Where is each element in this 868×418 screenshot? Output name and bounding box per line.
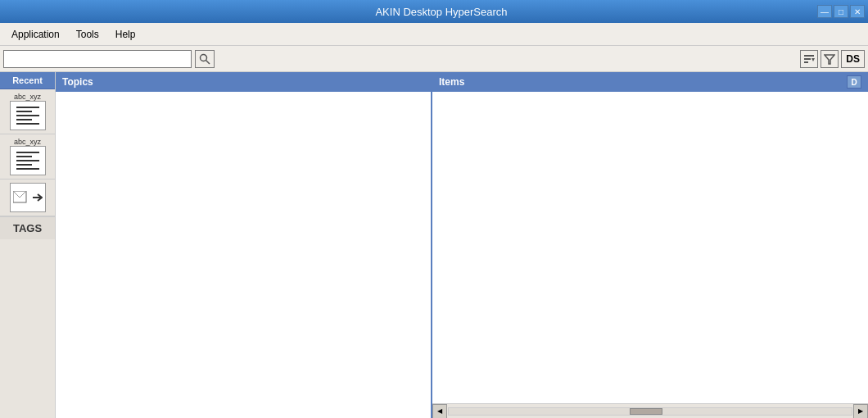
sidebar: Recent abc_xyz abc_xyz [0,72,56,418]
filter-left-button[interactable] [800,50,818,68]
main-container: Recent abc_xyz abc_xyz [0,72,868,418]
funnel-icon [824,53,835,65]
toolbar-right: DS [800,50,865,68]
items-header-label: Items [439,76,464,88]
envelope-icon [13,191,31,204]
window-controls[interactable]: — □ ✕ [817,5,868,18]
items-pane: Items D ◀ ▶ [432,72,868,418]
svg-marker-6 [825,55,834,64]
minimize-button[interactable]: — [817,5,832,18]
sidebar-item-1-icon [10,101,46,130]
toolbar: DS [0,46,868,72]
menu-application[interactable]: Application [3,25,68,43]
tags-button[interactable]: TAGS [0,216,55,239]
sidebar-item-2[interactable]: abc_xyz [0,134,55,179]
document-icon-2 [15,149,41,172]
horizontal-scrollbar[interactable]: ◀ ▶ [432,403,868,418]
menu-help[interactable]: Help [107,25,144,43]
sidebar-item-1-label: abc_xyz [14,93,41,101]
search-icon [199,53,210,65]
svg-rect-2 [804,55,814,57]
topics-header-label: Topics [62,76,93,88]
close-button[interactable]: ✕ [850,5,865,18]
topics-pane: Topics [56,72,432,418]
svg-marker-5 [811,58,815,61]
sidebar-item-2-label: abc_xyz [14,138,41,146]
scroll-right-button[interactable]: ▶ [853,404,868,419]
scroll-track[interactable] [448,407,852,416]
document-icon-1 [15,104,41,127]
arrow-icon [33,193,43,202]
sidebar-item-2-icon [10,146,46,175]
funnel-button[interactable] [821,50,839,68]
svg-line-1 [206,60,210,64]
title-bar: AKIN Desktop HyperSearch — □ ✕ [0,0,868,23]
svg-rect-3 [804,58,811,60]
window-title: AKIN Desktop HyperSearch [66,6,817,18]
search-input[interactable] [3,50,192,68]
items-body[interactable] [432,92,868,403]
svg-rect-4 [804,61,808,63]
items-header: Items D [432,72,868,92]
svg-point-0 [201,54,207,61]
sidebar-item-1[interactable]: abc_xyz [0,89,55,134]
split-pane: Topics Items D ◀ ▶ [56,72,868,418]
menu-tools[interactable]: Tools [68,25,107,43]
sidebar-item-mail[interactable] [0,179,55,216]
maximize-button[interactable]: □ [834,5,848,18]
content-area: Topics Items D ◀ ▶ [56,72,868,418]
menu-bar: Application Tools Help [0,23,868,46]
scroll-left-button[interactable]: ◀ [432,404,447,419]
items-scroll-area: ◀ ▶ [432,92,868,418]
ds-button[interactable]: DS [841,50,865,68]
sidebar-recent-tab[interactable]: Recent [0,72,55,89]
filter-left-icon [803,53,815,65]
scroll-thumb[interactable] [630,408,662,415]
items-corner-button[interactable]: D [847,75,861,89]
search-button[interactable] [195,50,215,68]
topics-header: Topics [56,72,431,92]
topics-body[interactable] [56,92,431,418]
mail-transfer-icon [10,183,46,212]
